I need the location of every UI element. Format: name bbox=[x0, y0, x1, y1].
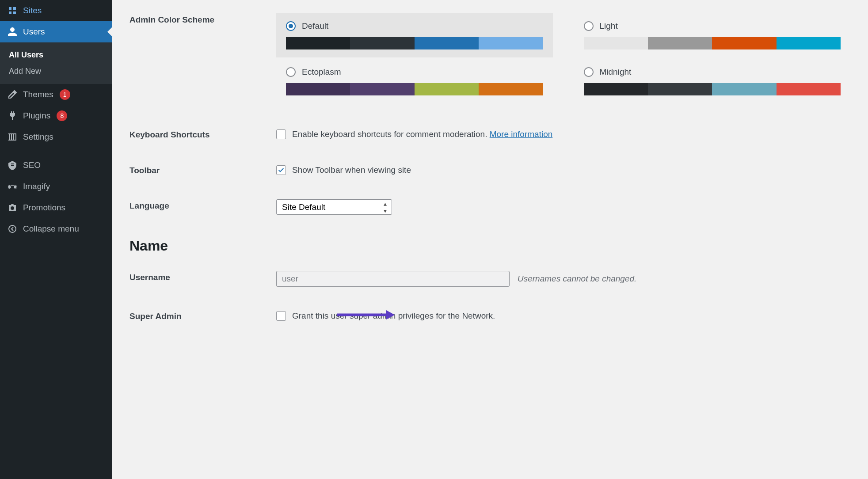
sidebar-item-promotions[interactable]: Promotions bbox=[0, 197, 112, 218]
sidebar-item-sites[interactable]: Sites bbox=[0, 0, 112, 21]
sidebar-sub-add-new[interactable]: Add New bbox=[0, 63, 112, 80]
sidebar-sub-all-users[interactable]: All Users bbox=[0, 47, 112, 63]
radio-icon bbox=[286, 67, 296, 77]
sidebar-item-imagify[interactable]: Imagify bbox=[0, 176, 112, 197]
users-icon bbox=[7, 27, 18, 37]
admin-color-scheme-label: Admin Color Scheme bbox=[129, 13, 276, 25]
sidebar-item-users[interactable]: Users bbox=[0, 21, 112, 42]
color-scheme-default[interactable]: Default bbox=[276, 13, 553, 57]
color-scheme-midnight[interactable]: Midnight bbox=[574, 59, 851, 103]
sidebar-item-label: Imagify bbox=[23, 182, 50, 191]
sidebar-item-label: SEO bbox=[23, 160, 41, 170]
promotions-icon bbox=[7, 202, 18, 213]
settings-icon bbox=[7, 132, 18, 142]
keyboard-shortcuts-checkbox[interactable] bbox=[276, 129, 286, 139]
swatch-row-midnight bbox=[584, 83, 841, 95]
plugins-icon bbox=[7, 110, 18, 121]
swatch-row-default bbox=[286, 37, 543, 49]
color-scheme-light[interactable]: Light bbox=[574, 13, 851, 57]
swatch-row-light bbox=[584, 37, 841, 49]
sidebar-item-label: Themes bbox=[23, 90, 53, 99]
username-desc: Usernames cannot be changed. bbox=[518, 273, 636, 285]
radio-icon bbox=[584, 21, 594, 31]
toolbar-label: Toolbar bbox=[129, 164, 276, 175]
arrow-annotation bbox=[337, 308, 395, 324]
keyboard-shortcuts-label: Keyboard Shortcuts bbox=[129, 128, 276, 140]
svg-point-0 bbox=[9, 225, 16, 232]
collapse-icon bbox=[7, 224, 18, 234]
main-content: Admin Color Scheme Default bbox=[112, 0, 868, 479]
themes-icon bbox=[7, 89, 18, 100]
radio-icon bbox=[286, 21, 296, 31]
language-select[interactable]: Site Default bbox=[276, 199, 392, 215]
sidebar-item-themes[interactable]: Themes 1 bbox=[0, 84, 112, 105]
keyboard-shortcuts-text: Enable keyboard shortcuts for comment mo… bbox=[292, 128, 487, 141]
super-admin-label: Super Admin bbox=[129, 310, 276, 321]
seo-icon bbox=[7, 160, 18, 171]
sidebar-item-plugins[interactable]: Plugins 8 bbox=[0, 105, 112, 126]
plugins-update-badge: 8 bbox=[57, 110, 67, 121]
sidebar-item-label: Sites bbox=[23, 6, 42, 15]
collapse-label: Collapse menu bbox=[23, 224, 79, 234]
sidebar-item-label: Users bbox=[23, 27, 45, 37]
name-heading: Name bbox=[129, 238, 850, 254]
imagify-icon bbox=[7, 181, 18, 192]
check-icon bbox=[278, 167, 285, 174]
more-information-link[interactable]: More information bbox=[490, 128, 553, 141]
swatch-row-ectoplasm bbox=[286, 83, 543, 95]
sidebar-item-seo[interactable]: SEO bbox=[0, 155, 112, 176]
sidebar-submenu-users: All Users Add New bbox=[0, 42, 112, 84]
username-label: Username bbox=[129, 271, 276, 282]
super-admin-checkbox[interactable] bbox=[276, 311, 286, 321]
toolbar-text: Show Toolbar when viewing site bbox=[292, 164, 411, 177]
sidebar-item-label: Promotions bbox=[23, 203, 65, 213]
svg-marker-2 bbox=[386, 310, 395, 320]
radio-icon bbox=[584, 67, 594, 77]
sidebar-item-label: Plugins bbox=[23, 111, 50, 121]
sidebar-item-label: Settings bbox=[23, 132, 53, 142]
toolbar-checkbox[interactable] bbox=[276, 165, 286, 175]
themes-update-badge: 1 bbox=[60, 89, 70, 100]
collapse-menu-button[interactable]: Collapse menu bbox=[0, 218, 112, 240]
color-scheme-ectoplasm[interactable]: Ectoplasm bbox=[276, 59, 553, 103]
admin-sidebar: Sites Users All Users Add New Themes 1 P… bbox=[0, 0, 112, 479]
sites-icon bbox=[7, 5, 18, 16]
sidebar-item-settings[interactable]: Settings bbox=[0, 126, 112, 148]
language-label: Language bbox=[129, 199, 276, 211]
username-input bbox=[276, 271, 510, 287]
